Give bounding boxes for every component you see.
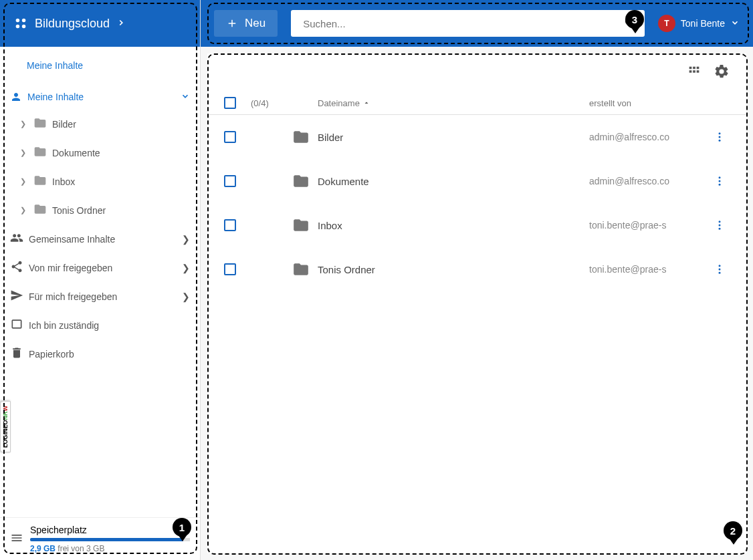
svg-rect-4 [12, 320, 21, 328]
tree-item-dokumente[interactable]: ❯ Dokumente [0, 138, 200, 167]
storage-label: Speicherplatz [30, 525, 190, 535]
row-name: Inbox [318, 220, 589, 231]
search-icon[interactable] [623, 15, 638, 32]
table-body: Bilder admin@alfresco.co Dokumente admin… [207, 115, 746, 291]
svg-point-13 [719, 228, 721, 230]
row-created-by: toni.bente@prae-s [589, 264, 710, 275]
folder-icon [33, 174, 47, 189]
tree-root-label: Meine Inhalte [27, 92, 175, 102]
storage-area: Speicherplatz 2,9 GB frei von 3 GB [0, 517, 200, 560]
select-all-checkbox[interactable] [224, 97, 236, 109]
table-row[interactable]: Bilder admin@alfresco.co [207, 115, 746, 159]
table-header: (0/4) Dateiname erstellt von [207, 92, 746, 115]
send-icon [10, 289, 23, 304]
svg-point-3 [22, 25, 26, 29]
svg-point-2 [16, 25, 20, 29]
row-more-icon[interactable] [710, 219, 730, 231]
svg-point-10 [719, 184, 721, 186]
storage-text: 2,9 GB frei von 3 GB [30, 544, 190, 553]
chevron-right-icon: ❯ [182, 263, 190, 273]
group-icon [10, 231, 23, 247]
panel-toolbar [207, 53, 746, 92]
row-more-icon[interactable] [710, 131, 730, 143]
sidebar-header[interactable]: Bildungscloud [0, 0, 200, 47]
svg-point-7 [719, 140, 721, 142]
nav-papierkorb[interactable]: Papierkorb [0, 339, 200, 368]
row-more-icon[interactable] [710, 175, 730, 187]
row-name: Dokumente [318, 176, 589, 187]
avatar: T [658, 15, 675, 32]
chevron-right-icon: ❯ [182, 291, 190, 302]
user-menu[interactable]: T Toni Bente [658, 15, 740, 32]
svg-point-0 [16, 19, 20, 23]
svg-point-8 [719, 176, 721, 178]
folder-icon [284, 261, 318, 278]
folder-icon [33, 145, 47, 160]
svg-point-14 [719, 265, 721, 267]
row-created-by: admin@alfresco.co [589, 132, 710, 142]
chevron-right-icon [116, 17, 126, 31]
row-checkbox[interactable] [224, 131, 236, 143]
table-row[interactable]: Inbox toni.bente@prae-s [207, 203, 746, 247]
svg-point-11 [719, 221, 721, 223]
sidebar: Bildungscloud Meine Inhalte Meine Inhalt… [0, 0, 201, 560]
folder-tree: Meine Inhalte ❯ Bilder ❯ Dokumente [0, 84, 200, 517]
row-name: Tonis Ordner [318, 264, 589, 275]
chevron-right-icon: ❯ [20, 177, 28, 186]
breadcrumb[interactable]: Meine Inhalte [0, 47, 200, 84]
row-created-by: admin@alfresco.co [589, 176, 710, 186]
grid-view-icon[interactable] [687, 64, 702, 81]
tree-item-inbox[interactable]: ❯ Inbox [0, 167, 200, 196]
row-checkbox[interactable] [224, 219, 236, 231]
share-icon [10, 260, 23, 275]
search-container [291, 10, 645, 37]
folder-icon [33, 202, 47, 218]
new-button-label: Neu [245, 17, 265, 30]
folder-icon [284, 128, 318, 146]
svg-point-16 [719, 272, 721, 274]
chevron-right-icon: ❯ [20, 120, 28, 128]
tree-root-meine-inhalte[interactable]: Meine Inhalte [0, 84, 200, 110]
chevron-down-icon [181, 92, 190, 103]
search-input[interactable] [298, 18, 623, 29]
menu-icon[interactable] [10, 531, 23, 547]
table-row[interactable]: Tonis Ordner toni.bente@prae-s [207, 247, 746, 291]
new-button[interactable]: Neu [214, 10, 278, 37]
folder-icon [33, 116, 47, 132]
content: (0/4) Dateiname erstellt von Bilder admi… [201, 47, 753, 560]
sort-asc-icon [362, 99, 370, 107]
main-area: Neu T Toni Bente [201, 0, 753, 560]
logineo-tab[interactable]: LOGINEONRW [0, 401, 11, 452]
tree-item-bilder[interactable]: ❯ Bilder [0, 110, 200, 138]
trash-icon [10, 346, 23, 362]
table-row[interactable]: Dokumente admin@alfresco.co [207, 159, 746, 203]
chevron-right-icon: ❯ [182, 234, 190, 245]
svg-point-1 [22, 19, 26, 23]
square-icon [10, 317, 23, 333]
svg-point-5 [719, 132, 721, 134]
svg-point-15 [719, 269, 721, 271]
file-panel: (0/4) Dateiname erstellt von Bilder admi… [207, 53, 746, 553]
nav-von-mir-freigegeben[interactable]: Von mir freigegeben ❯ [0, 253, 200, 282]
col-header-created[interactable]: erstellt von [589, 98, 710, 108]
nav-gemeinsame-inhalte[interactable]: Gemeinsame Inhalte ❯ [0, 225, 200, 253]
row-created-by: toni.bente@prae-s [589, 220, 710, 231]
row-name: Bilder [318, 132, 589, 143]
nav-ich-bin-zustaendig[interactable]: Ich bin zuständig [0, 311, 200, 339]
row-checkbox[interactable] [224, 263, 236, 275]
row-checkbox[interactable] [224, 175, 236, 187]
svg-point-6 [719, 136, 721, 138]
selection-count: (0/4) [251, 98, 284, 108]
tree-item-tonis-ordner[interactable]: ❯ Tonis Ordner [0, 196, 200, 225]
chevron-down-icon [730, 18, 740, 29]
col-header-name[interactable]: Dateiname [318, 98, 589, 108]
row-more-icon[interactable] [710, 263, 730, 275]
user-name: Toni Bente [681, 18, 725, 29]
nav-fuer-mich-freigegeben[interactable]: Für mich freigegeben ❯ [0, 282, 200, 311]
folder-icon [284, 217, 318, 234]
gear-icon[interactable] [714, 63, 730, 82]
topbar: Neu T Toni Bente [201, 0, 753, 47]
svg-point-12 [719, 225, 721, 227]
storage-bar [30, 538, 190, 541]
logo-icon [13, 16, 28, 31]
